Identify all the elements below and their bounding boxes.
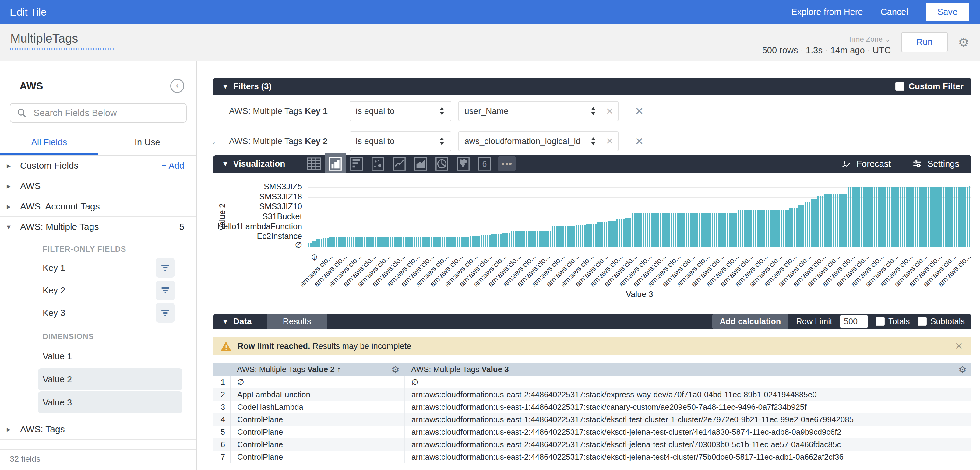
bar[interactable] — [876, 187, 878, 246]
bar[interactable] — [506, 233, 508, 246]
bar[interactable] — [679, 213, 681, 246]
tile-title[interactable]: MultipleTags — [10, 32, 114, 49]
bar[interactable] — [422, 237, 424, 246]
bar[interactable] — [698, 213, 700, 246]
bar[interactable] — [815, 199, 817, 246]
bar[interactable] — [329, 237, 331, 246]
data-section-header[interactable]: ▼ Data Results Add calculation Row Limit… — [213, 314, 972, 329]
field-item-key-1[interactable]: Key 1 — [0, 257, 196, 279]
bar[interactable] — [526, 231, 527, 246]
bar[interactable] — [655, 213, 657, 246]
bar[interactable] — [586, 224, 588, 246]
viz-type-map-chart-icon[interactable] — [453, 155, 474, 173]
bar[interactable] — [936, 187, 938, 246]
bar[interactable] — [900, 187, 901, 246]
sidebar-group-account-tags[interactable]: ▸ AWS: Account Tags — [0, 196, 196, 216]
bar[interactable] — [949, 187, 951, 246]
bar[interactable] — [351, 237, 353, 246]
column-gear-icon[interactable]: ⚙ — [391, 364, 399, 375]
bar[interactable] — [469, 236, 471, 246]
bar[interactable] — [597, 222, 599, 246]
table-row[interactable]: 4ControlPlanearn:aws:cloudformation:us-e… — [213, 413, 972, 426]
bar[interactable] — [902, 187, 904, 246]
bar[interactable] — [517, 231, 519, 246]
bar[interactable] — [541, 231, 542, 246]
bar[interactable] — [759, 210, 761, 246]
dimension-item-value-1[interactable]: Value 1 — [43, 345, 182, 367]
bar[interactable] — [472, 236, 474, 246]
bar[interactable] — [809, 202, 811, 246]
bar[interactable] — [692, 213, 694, 246]
bar[interactable] — [874, 187, 875, 246]
filter-value-select[interactable]: aws_cloudformation_logical_id — [459, 132, 601, 151]
bar[interactable] — [765, 210, 767, 246]
bar[interactable] — [688, 213, 690, 246]
bar[interactable] — [791, 208, 793, 246]
viz-type-area-chart-icon[interactable] — [410, 155, 431, 173]
bar[interactable] — [926, 187, 928, 246]
bar[interactable] — [593, 224, 595, 246]
bar[interactable] — [571, 226, 573, 246]
bar[interactable] — [796, 208, 798, 246]
viz-type-line-chart-icon[interactable] — [388, 155, 410, 173]
bar[interactable] — [683, 213, 685, 246]
bar[interactable] — [794, 208, 795, 246]
bar[interactable] — [967, 187, 969, 246]
bar[interactable] — [653, 213, 655, 246]
bar[interactable] — [366, 237, 368, 246]
bar[interactable] — [489, 235, 491, 246]
bar[interactable] — [733, 213, 735, 246]
cancel-button[interactable]: Cancel — [881, 7, 908, 17]
bar[interactable] — [515, 231, 517, 246]
viz-type-bar-chart-icon[interactable] — [346, 155, 367, 173]
bar[interactable] — [521, 231, 523, 246]
bar[interactable] — [748, 210, 750, 246]
bar[interactable] — [457, 237, 458, 246]
bar[interactable] — [565, 226, 566, 246]
cell-value3[interactable]: arn:aws:cloudformation:us-east-1:4486402… — [404, 413, 972, 426]
bar[interactable] — [928, 187, 929, 246]
custom-filter-toggle[interactable]: Custom Filter — [895, 82, 964, 91]
bar[interactable] — [934, 187, 936, 246]
bar[interactable] — [750, 210, 752, 246]
bar[interactable] — [483, 235, 485, 246]
bar[interactable] — [731, 213, 733, 246]
bar[interactable] — [956, 187, 958, 246]
bar[interactable] — [606, 222, 608, 246]
bar[interactable] — [601, 222, 603, 246]
bar[interactable] — [584, 225, 586, 246]
bar[interactable] — [543, 231, 545, 246]
bar[interactable] — [612, 221, 614, 246]
bar[interactable] — [705, 213, 707, 246]
clear-filter-value-button[interactable]: ✕ — [601, 102, 618, 121]
bar[interactable] — [616, 219, 618, 246]
bar[interactable] — [912, 187, 914, 246]
bar[interactable] — [532, 231, 534, 246]
bar[interactable] — [958, 187, 959, 246]
bar[interactable] — [861, 187, 862, 246]
bar[interactable] — [878, 187, 880, 246]
bar[interactable] — [720, 213, 722, 246]
bar[interactable] — [476, 236, 478, 246]
save-button[interactable]: Save — [926, 3, 969, 21]
bar[interactable] — [636, 213, 638, 246]
table-row[interactable]: 7ControlPlanearn:aws:cloudformation:us-e… — [213, 451, 972, 463]
bar[interactable] — [964, 187, 966, 246]
table-row[interactable]: 2AppLambdaFunctionarn:aws:cloudformation… — [213, 388, 972, 401]
bar[interactable] — [394, 237, 396, 246]
bar[interactable] — [431, 237, 433, 246]
bar[interactable] — [355, 237, 357, 246]
totals-checkbox[interactable] — [875, 317, 885, 326]
bar[interactable] — [318, 239, 320, 246]
bar[interactable] — [643, 213, 644, 246]
sidebar-group-tags[interactable]: ▸ AWS: Tags — [0, 419, 196, 439]
bar[interactable] — [424, 237, 426, 246]
bar[interactable] — [502, 233, 504, 246]
bar[interactable] — [835, 194, 837, 246]
bar[interactable] — [850, 187, 852, 246]
bar[interactable] — [342, 237, 344, 246]
bar[interactable] — [545, 231, 547, 246]
bar[interactable] — [945, 187, 947, 246]
bar[interactable] — [932, 187, 934, 246]
bar[interactable] — [805, 202, 807, 246]
